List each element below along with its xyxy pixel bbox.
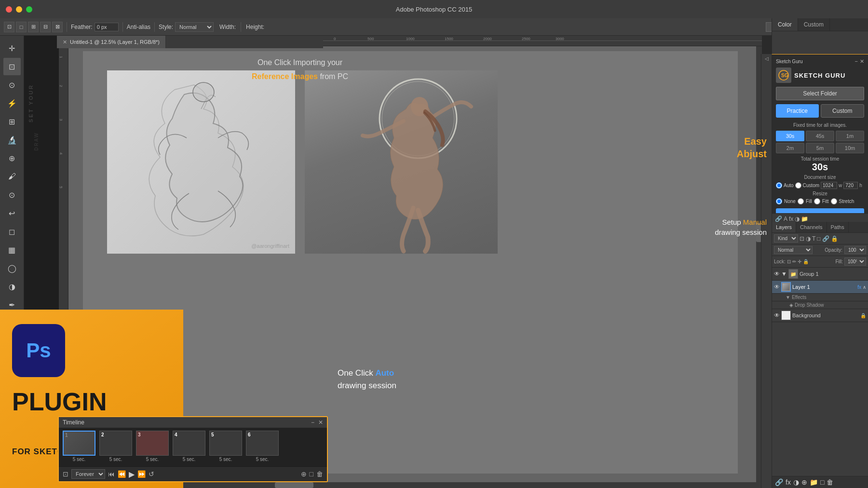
- layer1-vis-icon[interactable]: 👁: [774, 284, 780, 290]
- eraser-tool[interactable]: ◻: [3, 223, 21, 240]
- layer-group-btn[interactable]: 📁: [810, 478, 818, 486]
- bg-vis-icon[interactable]: 👁: [774, 312, 780, 319]
- adj-icon[interactable]: ◑: [795, 216, 800, 222]
- magic-wand-tool[interactable]: ⚡: [3, 95, 21, 112]
- custom-radio[interactable]: [795, 182, 801, 189]
- frame-6[interactable]: 6 5 sec.: [245, 431, 280, 463]
- move-tool[interactable]: ✛: [3, 40, 21, 57]
- frame-3[interactable]: 3 5 sec.: [135, 431, 170, 463]
- frame-1[interactable]: 1 5 sec.: [62, 431, 96, 463]
- blend-mode-select[interactable]: Normal: [774, 246, 813, 254]
- layer1-expand-icon[interactable]: ∧: [863, 285, 866, 290]
- heal-tool[interactable]: ⊕: [3, 149, 21, 167]
- play-btn[interactable]: ▶: [129, 470, 135, 479]
- time-10m-btn[interactable]: 10m: [836, 143, 864, 153]
- tab-color[interactable]: Color: [772, 18, 798, 31]
- selection-mode-btn[interactable]: ⊡: [4, 22, 14, 32]
- selection-tool[interactable]: ⊡: [3, 58, 21, 75]
- tab-swatches[interactable]: Custom: [798, 18, 830, 31]
- lock-px-btn[interactable]: ⊡: [787, 259, 791, 264]
- eyedropper-tool[interactable]: 🔬: [3, 131, 21, 149]
- time-2m-btn[interactable]: 2m: [776, 143, 804, 153]
- maximize-button[interactable]: [26, 6, 32, 13]
- tab-layers[interactable]: Layers: [772, 222, 796, 232]
- minimize-button[interactable]: [16, 6, 22, 13]
- history-brush-tool[interactable]: ↩: [3, 204, 21, 222]
- height-input[interactable]: [843, 182, 858, 189]
- timeline-tween-btn[interactable]: ⊕: [301, 470, 307, 478]
- window-controls[interactable]: [6, 6, 32, 13]
- practice-button[interactable]: Practice: [776, 104, 819, 118]
- stamp-tool[interactable]: ⊙: [3, 186, 21, 203]
- play-loop-btn[interactable]: ↺: [149, 470, 154, 478]
- plugin-close-btn[interactable]: ✕: [860, 58, 864, 65]
- frame-2[interactable]: 2 5 sec.: [98, 431, 133, 463]
- style-select[interactable]: Normal: [175, 22, 214, 32]
- folder-icon[interactable]: 📁: [801, 216, 808, 222]
- layer-background[interactable]: 👁 Background 🔒: [772, 309, 868, 322]
- selection-new-btn[interactable]: □: [16, 22, 27, 32]
- forever-select[interactable]: Forever: [71, 469, 105, 479]
- filter-lock-btn[interactable]: 🔒: [831, 235, 838, 242]
- time-30s-btn[interactable]: 30s: [776, 131, 804, 141]
- lock-move-btn[interactable]: ✛: [798, 259, 801, 264]
- time-5m-btn[interactable]: 5m: [806, 143, 834, 153]
- layer-mask-btn[interactable]: ◑: [793, 478, 799, 486]
- plugin-header-controls[interactable]: − ✕: [855, 58, 864, 65]
- link-icon[interactable]: 🔗: [775, 216, 782, 222]
- layer-new-btn[interactable]: □: [820, 478, 824, 486]
- frame-5[interactable]: 5 5 sec.: [208, 431, 243, 463]
- play-next-btn[interactable]: ⏩: [137, 470, 146, 478]
- gradient-tool[interactable]: ▦: [3, 241, 21, 258]
- none-radio[interactable]: [776, 198, 782, 204]
- blur-tool[interactable]: ◯: [3, 259, 21, 277]
- layer-link-btn[interactable]: 🔗: [775, 478, 783, 486]
- play-prev-btn[interactable]: ⏪: [118, 470, 126, 478]
- lasso-tool[interactable]: ⊙: [3, 76, 21, 94]
- filter-shape-btn[interactable]: □: [817, 235, 820, 242]
- effects-expand-icon[interactable]: ▼: [786, 295, 790, 300]
- selection-add-btn[interactable]: ⊞: [28, 22, 39, 32]
- tab-paths[interactable]: Paths: [827, 222, 849, 232]
- panel-toggle-btn[interactable]: ◁: [764, 56, 769, 61]
- time-1m-btn[interactable]: 1m: [836, 131, 864, 141]
- width-input[interactable]: [821, 182, 837, 189]
- layer-dropshadow[interactable]: ◈ Drop Shadow: [772, 301, 868, 309]
- filter-type-btn[interactable]: T: [812, 235, 815, 242]
- custom-button[interactable]: Custom: [821, 104, 865, 118]
- layer-group1[interactable]: 👁 ▼ 📁 Group 1: [772, 268, 868, 281]
- fill-select[interactable]: 100%: [844, 258, 866, 266]
- layer-del-btn[interactable]: 🗑: [827, 478, 833, 486]
- selection-sub-btn[interactable]: ⊟: [40, 22, 51, 32]
- timeline-close-btn[interactable]: ✕: [318, 419, 323, 426]
- opacity-select[interactable]: 100%: [844, 246, 866, 254]
- dodge-tool[interactable]: ◑: [3, 278, 21, 295]
- kind-select[interactable]: Kind: [774, 234, 798, 243]
- filter-adj-btn[interactable]: ◑: [806, 235, 811, 242]
- timeline-header-controls[interactable]: − ✕: [311, 419, 323, 426]
- timeline-minimize-btn[interactable]: −: [311, 419, 314, 426]
- plugin-minimize-btn[interactable]: −: [855, 58, 858, 65]
- lock-draw-btn[interactable]: ✏: [792, 259, 796, 264]
- fitt-radio[interactable]: [814, 198, 820, 204]
- select-folder-button[interactable]: Select Folder: [776, 87, 864, 100]
- layer-adj-btn[interactable]: ⊕: [801, 478, 807, 486]
- brush-tool[interactable]: 🖌: [3, 168, 21, 185]
- crop-tool[interactable]: ⊞: [3, 113, 21, 130]
- timeline-del-btn[interactable]: 🗑: [316, 470, 323, 478]
- layer-fx-btn[interactable]: fx: [786, 478, 791, 486]
- feather-input[interactable]: [95, 23, 119, 31]
- auto-radio[interactable]: [776, 182, 782, 189]
- frame-4[interactable]: 4 5 sec.: [172, 431, 206, 463]
- layer-layer1[interactable]: 👁 Layer 1 fx ∧: [772, 281, 868, 294]
- close-button[interactable]: [6, 6, 12, 13]
- timeline-frames-icon[interactable]: ⊡: [63, 470, 68, 478]
- lock-all-btn[interactable]: 🔒: [803, 259, 809, 264]
- filter-sm-btn[interactable]: 🔗: [822, 235, 829, 242]
- tab-channels[interactable]: Channels: [796, 222, 827, 232]
- fx-icon[interactable]: fx: [789, 216, 793, 222]
- tab-close-icon[interactable]: ✕: [63, 39, 67, 45]
- font-icon[interactable]: A: [784, 216, 787, 222]
- document-tab[interactable]: ✕ Untitled-1 @ 12.5% (Layer 1, RGB/8*): [57, 36, 166, 48]
- group1-vis-icon[interactable]: 👁: [774, 271, 780, 277]
